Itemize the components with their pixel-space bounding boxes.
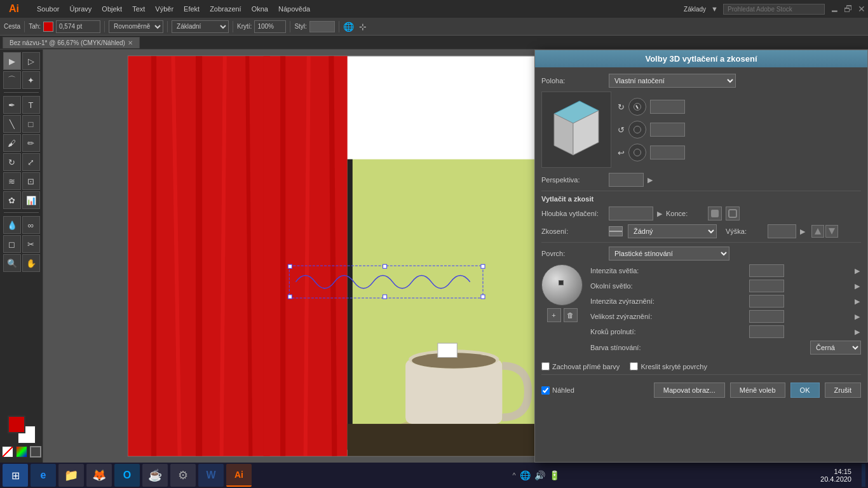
- okolni-svetlo-input[interactable]: 50%: [749, 280, 784, 292]
- kroku-prolnuti-input[interactable]: 25: [749, 325, 784, 338]
- velikost-zvyrazneni-expand[interactable]: ▶: [853, 313, 861, 321]
- rotation-cube-preview[interactable]: [541, 92, 611, 168]
- gradient-icon[interactable]: [16, 446, 27, 458]
- x-angle-input[interactable]: 79°: [650, 100, 685, 114]
- workspace-preset[interactable]: Základy: [684, 6, 706, 13]
- light-position-dot[interactable]: [559, 280, 564, 285]
- menu-upravy[interactable]: Úpravy: [64, 3, 97, 15]
- light-add-btn[interactable]: +: [547, 308, 561, 322]
- direct-selection-tool[interactable]: ▷: [22, 52, 40, 70]
- blend-tool[interactable]: ∞: [22, 216, 40, 234]
- z-angle-circle[interactable]: [628, 144, 646, 161]
- workspace-dropdown-icon[interactable]: ▼: [711, 5, 718, 13]
- eyedropper-tool[interactable]: 💧: [3, 216, 21, 234]
- light-delete-btn[interactable]: 🗑: [564, 308, 578, 322]
- mapovat-obraz-button[interactable]: Mapovat obraz...: [654, 383, 725, 398]
- intenzita-zvyrazneni-input[interactable]: 60%: [749, 295, 784, 308]
- povrch-select[interactable]: Plastické stínování: [609, 247, 729, 261]
- menu-vyber[interactable]: Výběr: [150, 3, 179, 15]
- pattern-icon[interactable]: [30, 446, 41, 458]
- hloubka-expand-icon[interactable]: ▶: [657, 210, 662, 218]
- taskbar-explorer-icon[interactable]: 📁: [58, 464, 84, 487]
- volume-icon[interactable]: 🔊: [534, 470, 545, 480]
- scissors-tool[interactable]: ✂: [22, 235, 40, 253]
- vyska-expand-icon[interactable]: ▶: [800, 227, 805, 236]
- fill-type-select[interactable]: Rovnoměrně: [109, 20, 163, 33]
- z-angle-input[interactable]: 0°: [650, 146, 685, 159]
- menu-text[interactable]: Text: [127, 3, 150, 15]
- menu-okna[interactable]: Okna: [247, 3, 273, 15]
- barva-stinovani-select[interactable]: Černá: [810, 341, 861, 355]
- mene-voleb-button[interactable]: Méně voleb: [730, 383, 785, 398]
- y-angle-circle[interactable]: [628, 121, 646, 139]
- intenzita-zvyrazneni-expand[interactable]: ▶: [853, 297, 861, 306]
- transform-icon[interactable]: ⊹: [359, 22, 367, 32]
- konce-cap1-btn[interactable]: [708, 207, 722, 220]
- magic-wand-tool[interactable]: ✦: [22, 71, 40, 89]
- perspektiva-input[interactable]: 0°: [609, 173, 644, 187]
- symbol-tool[interactable]: ✿: [3, 191, 21, 209]
- style-picker[interactable]: [309, 21, 335, 32]
- konce-cap2-btn[interactable]: [726, 207, 740, 220]
- zachovat-barvy-checkbox-label[interactable]: Zachovat přímé barvy: [541, 362, 620, 370]
- kroku-prolnuti-expand[interactable]: ▶: [853, 328, 861, 336]
- network-icon[interactable]: 🌐: [520, 470, 531, 480]
- taskbar-app5-icon[interactable]: ☕: [142, 464, 168, 487]
- kreslit-povrchy-checkbox[interactable]: [630, 362, 638, 370]
- fill-none-icon[interactable]: [2, 446, 13, 458]
- minimize-icon[interactable]: 🗕: [830, 4, 839, 14]
- zachovat-barvy-checkbox[interactable]: [541, 362, 550, 370]
- zkoseni-select[interactable]: Žádný: [628, 224, 717, 238]
- column-graph-tool[interactable]: 📊: [22, 191, 40, 209]
- menu-objekt[interactable]: Objekt: [97, 3, 127, 15]
- stroke-color-swatch[interactable]: [43, 22, 53, 32]
- globe-icon[interactable]: 🌐: [343, 22, 354, 32]
- lasso-tool[interactable]: ⌒: [3, 71, 21, 89]
- bevel-in-icon[interactable]: [811, 225, 824, 238]
- perspektiva-expand-icon[interactable]: ▶: [648, 176, 653, 184]
- zoom-tool[interactable]: 🔍: [3, 254, 21, 272]
- hand-tool[interactable]: ✋: [22, 254, 40, 272]
- nahled-checkbox[interactable]: [541, 386, 550, 395]
- pencil-tool[interactable]: ✏: [22, 134, 40, 152]
- opacity-input[interactable]: [254, 20, 286, 33]
- stock-search[interactable]: [723, 4, 825, 15]
- intenzita-svetla-expand[interactable]: ▶: [853, 267, 861, 275]
- taskbar-opera-icon[interactable]: O: [114, 464, 140, 487]
- stroke-value-input[interactable]: [56, 20, 100, 33]
- menu-efekt[interactable]: Efekt: [179, 3, 205, 15]
- start-button[interactable]: ⊞: [3, 464, 28, 487]
- taskbar-firefox-icon[interactable]: 🦊: [86, 464, 112, 487]
- taskbar-settings-icon[interactable]: ⚙: [170, 464, 196, 487]
- menu-soubor[interactable]: Soubor: [32, 3, 64, 15]
- hloubka-input[interactable]: 1000 pt: [609, 207, 653, 220]
- doc-tab-close[interactable]: ✕: [128, 39, 133, 46]
- doc-tab-active[interactable]: Bez názvu-1* @ 66,67% (CMYK/Náhled) ✕: [3, 37, 140, 48]
- close-icon[interactable]: ✕: [858, 4, 865, 14]
- rect-tool[interactable]: □: [22, 115, 40, 133]
- warp-tool[interactable]: ≋: [3, 172, 21, 190]
- line-tool[interactable]: ╲: [3, 115, 21, 133]
- scale-tool[interactable]: ⤢: [22, 153, 40, 171]
- velikost-zvyrazneni-input[interactable]: 90%: [749, 310, 784, 323]
- nahled-checkbox-label[interactable]: Náhled: [541, 386, 574, 395]
- poloha-select[interactable]: Vlastní natočení: [609, 74, 736, 88]
- menu-zobrazeni[interactable]: Zobrazení: [205, 3, 247, 15]
- paintbrush-tool[interactable]: 🖌: [3, 134, 21, 152]
- free-transform-tool[interactable]: ⊡: [22, 172, 40, 190]
- intenzita-svetla-input[interactable]: 100%: [749, 264, 784, 277]
- x-angle-circle[interactable]: [628, 98, 646, 116]
- menu-napoveda[interactable]: Nápověda: [273, 3, 315, 15]
- taskbar-clock[interactable]: 14:15 20.4.2020: [820, 468, 857, 483]
- restore-icon[interactable]: 🗗: [844, 4, 853, 14]
- vyska-input[interactable]: 4 pt: [768, 224, 796, 238]
- show-desktop-btn[interactable]: [862, 464, 865, 487]
- zrusit-button[interactable]: Zrušit: [825, 383, 862, 398]
- bevel-out-icon[interactable]: [825, 225, 838, 238]
- tray-arrow-icon[interactable]: ^: [512, 471, 515, 479]
- taskbar-illustrator-icon[interactable]: Ai: [226, 464, 252, 487]
- eraser-tool[interactable]: ◻: [3, 235, 21, 253]
- ok-button[interactable]: OK: [790, 383, 820, 398]
- rotate-tool[interactable]: ↻: [3, 153, 21, 171]
- okolni-svetlo-expand[interactable]: ▶: [853, 282, 861, 290]
